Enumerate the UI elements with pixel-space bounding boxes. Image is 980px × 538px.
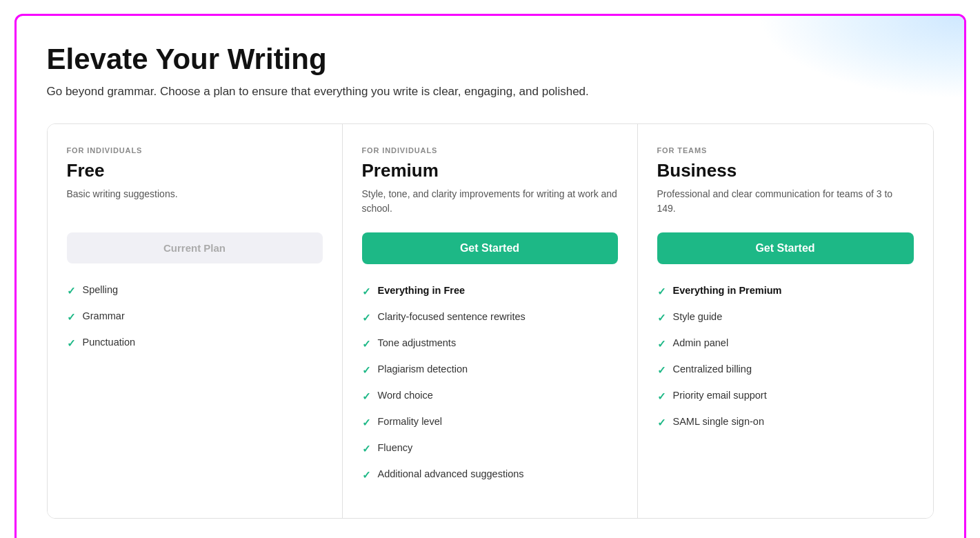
check-icon: ✓: [362, 310, 371, 325]
list-item: ✓Style guide: [657, 310, 914, 325]
pricing-page: Elevate Your Writing Go beyond grammar. …: [14, 14, 966, 538]
check-icon: ✓: [657, 363, 666, 377]
plan-description-business: Professional and clear communication for…: [657, 187, 914, 216]
list-item: ✓Word choice: [362, 388, 618, 404]
feature-text: Grammar: [83, 309, 125, 323]
feature-list-free: ✓Spelling✓Grammar✓Punctuation: [67, 283, 323, 350]
list-item: ✓Clarity-focused sentence rewrites: [362, 310, 618, 325]
list-item: ✓Spelling: [67, 283, 323, 298]
plans-grid: FOR INDIVIDUALSFreeBasic writing suggest…: [47, 123, 934, 519]
list-item: ✓Formality level: [362, 415, 618, 430]
plan-audience-free: FOR INDIVIDUALS: [67, 146, 323, 155]
check-icon: ✓: [362, 389, 371, 404]
check-icon: ✓: [67, 310, 76, 324]
feature-text: Style guide: [673, 310, 723, 323]
get-started-button-premium[interactable]: Get Started: [362, 232, 618, 264]
plan-name-premium: Premium: [362, 160, 618, 181]
check-icon: ✓: [657, 337, 666, 351]
list-item: ✓Tone adjustments: [362, 336, 618, 351]
list-item: ✓Everything in Free: [362, 283, 618, 299]
check-icon: ✓: [362, 284, 371, 299]
current-plan-button-free: Current Plan: [67, 232, 323, 263]
feature-list-business: ✓Everything in Premium✓Style guide✓Admin…: [657, 283, 914, 430]
check-icon: ✓: [362, 337, 371, 351]
check-icon: ✓: [362, 441, 371, 456]
feature-text: SAML single sign-on: [673, 415, 764, 428]
feature-text: Additional advanced suggestions: [378, 467, 524, 481]
list-item: ✓SAML single sign-on: [657, 415, 914, 430]
check-icon: ✓: [657, 310, 666, 325]
feature-text: Admin panel: [673, 336, 729, 350]
plan-card-business: FOR TEAMSBusinessProfessional and clear …: [638, 124, 933, 518]
plan-description-premium: Style, tone, and clarity improvements fo…: [362, 187, 618, 216]
page-title: Elevate Your Writing: [47, 43, 934, 75]
feature-text: Punctuation: [83, 335, 136, 349]
check-icon: ✓: [67, 283, 76, 298]
page-subtitle: Go beyond grammar. Choose a plan to ensu…: [47, 85, 934, 99]
list-item: ✓Admin panel: [657, 336, 914, 351]
list-item: ✓Grammar: [67, 309, 323, 324]
list-item: ✓Everything in Premium: [657, 283, 914, 299]
list-item: ✓Centralized billing: [657, 362, 914, 377]
feature-text: Everything in Premium: [673, 283, 782, 297]
check-icon: ✓: [67, 336, 76, 350]
check-icon: ✓: [657, 284, 666, 299]
feature-text: Formality level: [378, 415, 442, 428]
get-started-button-business[interactable]: Get Started: [657, 232, 914, 264]
check-icon: ✓: [657, 415, 666, 430]
feature-text: Priority email support: [673, 388, 767, 402]
check-icon: ✓: [362, 363, 371, 377]
list-item: ✓Fluency: [362, 441, 618, 456]
check-icon: ✓: [362, 468, 371, 482]
feature-text: Centralized billing: [673, 362, 752, 376]
feature-text: Everything in Free: [378, 283, 466, 297]
feature-text: Plagiarism detection: [378, 362, 468, 376]
feature-text: Clarity-focused sentence rewrites: [378, 310, 526, 323]
check-icon: ✓: [362, 415, 371, 430]
list-item: ✓Additional advanced suggestions: [362, 467, 618, 482]
plan-card-free: FOR INDIVIDUALSFreeBasic writing suggest…: [48, 124, 343, 518]
feature-text: Word choice: [378, 388, 433, 402]
plan-audience-business: FOR TEAMS: [657, 146, 914, 155]
plan-name-free: Free: [67, 160, 323, 181]
plan-name-business: Business: [657, 160, 914, 181]
list-item: ✓Priority email support: [657, 388, 914, 404]
plan-description-free: Basic writing suggestions.: [67, 187, 323, 216]
plan-card-premium: FOR INDIVIDUALSPremiumStyle, tone, and c…: [343, 124, 638, 518]
feature-text: Spelling: [83, 283, 119, 297]
list-item: ✓Punctuation: [67, 335, 323, 350]
plan-audience-premium: FOR INDIVIDUALS: [362, 146, 618, 155]
feature-text: Tone adjustments: [378, 336, 457, 350]
check-icon: ✓: [657, 389, 666, 404]
feature-text: Fluency: [378, 441, 413, 455]
list-item: ✓Plagiarism detection: [362, 362, 618, 377]
feature-list-premium: ✓Everything in Free✓Clarity-focused sent…: [362, 283, 618, 482]
